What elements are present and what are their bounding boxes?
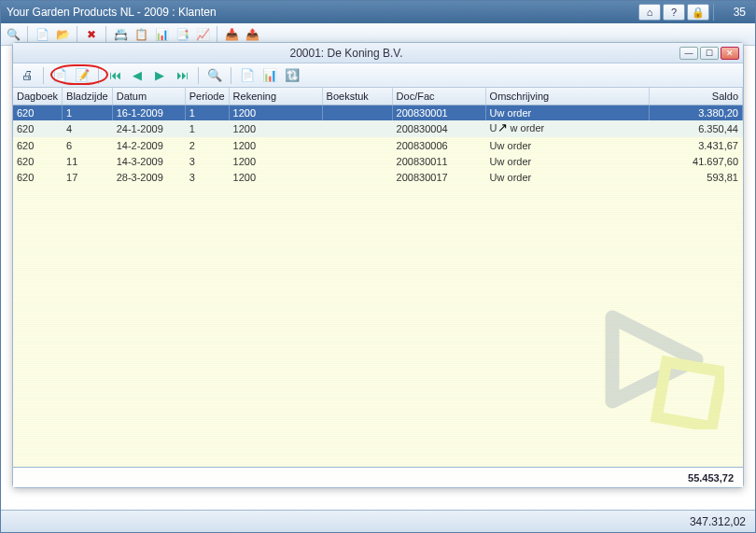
cell[interactable]: 200830017 (392, 169, 485, 185)
cell[interactable]: 16-1-2009 (112, 105, 185, 120)
cell[interactable]: 620 (13, 153, 63, 169)
cell[interactable]: Uw order (485, 169, 649, 185)
cell[interactable]: 2 (185, 137, 229, 153)
detail-title: 20001: De Koning B.V. (13, 47, 679, 60)
cell[interactable]: 3 (185, 153, 229, 169)
col-saldo[interactable]: Saldo (650, 88, 743, 105)
cell[interactable]: 1 (185, 105, 229, 120)
svg-rect-1 (657, 362, 722, 428)
cell[interactable]: 1200 (229, 120, 322, 137)
toolbar-sep (217, 26, 217, 43)
cell[interactable] (322, 153, 392, 169)
col-omschrijving[interactable]: Omschrijving (485, 88, 649, 105)
cell[interactable]: 620 (13, 169, 63, 185)
detail-toolbar: 🖨 📄 📝 ⏮ ◀ ▶ ⏭ 🔍 📄 📊 🔃 (13, 63, 743, 88)
cell[interactable]: 3.431,67 (650, 137, 743, 153)
cell[interactable]: 11 (63, 153, 113, 169)
cell[interactable]: Uw order (485, 137, 649, 153)
close-button[interactable]: ✕ (721, 47, 739, 60)
new-icon[interactable]: 📄 (34, 26, 50, 43)
toolbar-sep (198, 67, 199, 84)
first-icon[interactable]: ⏮ (106, 67, 123, 84)
cell[interactable]: 1200 (229, 105, 322, 120)
cell[interactable]: 200830006 (392, 137, 485, 153)
cell[interactable]: 593,81 (650, 169, 743, 185)
col-dagboek[interactable]: Dagboek (13, 88, 63, 105)
help-button[interactable]: ? (663, 4, 685, 21)
prev-icon[interactable]: ◀ (129, 67, 146, 84)
cell[interactable]: 6.350,44 (650, 120, 743, 137)
cell[interactable]: 200830011 (392, 153, 485, 169)
cell[interactable]: 1 (185, 120, 229, 137)
doc2-icon[interactable]: 📄 (239, 67, 256, 84)
sum-value: 55.453,72 (688, 472, 734, 484)
cell[interactable] (322, 105, 392, 120)
cell[interactable]: 620 (13, 120, 63, 137)
svg-marker-0 (612, 317, 696, 401)
next-icon[interactable]: ▶ (151, 67, 168, 84)
cell[interactable]: Uw order (485, 105, 649, 120)
col-datum[interactable]: Datum (112, 88, 185, 105)
table-row[interactable]: 620424-1-200911200200830004Uw order6.350… (13, 120, 743, 137)
detail-window: 20001: De Koning B.V. — ☐ ✕ 🖨 📄 📝 ⏮ ◀ ▶ … (12, 42, 744, 488)
col-periode[interactable]: Periode (185, 88, 229, 105)
cell[interactable]: 28-3-2009 (112, 169, 185, 185)
open-icon[interactable]: 📂 (54, 26, 71, 43)
sheet-icon[interactable]: 📈 (194, 26, 211, 43)
cell[interactable]: Uw order (485, 153, 649, 169)
cell[interactable]: 6 (63, 137, 113, 153)
table-row[interactable]: 6201114-3-200931200200830011Uw order41.6… (13, 153, 743, 169)
main-window: Your Garden Products NL - 2009 : Klanten… (0, 0, 756, 533)
col-rekening[interactable]: Rekening (229, 88, 322, 105)
cell[interactable]: 24-1-2009 (112, 120, 185, 137)
list-icon[interactable]: 📋 (133, 26, 149, 43)
col-bladzijde[interactable]: Bladzijde (63, 88, 113, 105)
home-button[interactable]: ⌂ (638, 4, 661, 21)
toolbar-sep (27, 26, 28, 43)
cell[interactable]: 41.697,60 (650, 153, 743, 169)
cell[interactable] (322, 169, 392, 185)
edit-icon[interactable]: 📝 (74, 67, 91, 84)
cell[interactable]: 200830001 (392, 105, 485, 120)
col-docfac[interactable]: Doc/Fac (392, 88, 485, 105)
cell[interactable]: 17 (63, 169, 113, 185)
filter-icon[interactable]: 📥 (223, 26, 240, 43)
cell[interactable] (322, 137, 392, 153)
cell[interactable] (322, 120, 392, 137)
cell[interactable]: 3 (185, 169, 229, 185)
excel-icon[interactable]: 📊 (261, 67, 278, 84)
cell[interactable]: 1200 (229, 169, 322, 185)
last-icon[interactable]: ⏭ (174, 67, 190, 84)
cell[interactable]: 620 (13, 105, 63, 120)
cell[interactable]: 14-3-2009 (112, 153, 185, 169)
search2-icon[interactable]: 🔍 (206, 67, 223, 84)
table-row[interactable]: 6201728-3-200931200200830017Uw order593,… (13, 169, 743, 185)
export-icon[interactable]: 📤 (244, 26, 260, 43)
cell[interactable]: 1 (63, 105, 113, 120)
copy-icon[interactable]: 📄 (51, 67, 68, 84)
cell[interactable]: 14-2-2009 (112, 137, 185, 153)
doc-icon[interactable]: 📑 (174, 26, 190, 43)
cell[interactable]: 200830004 (392, 120, 485, 137)
lock-button[interactable]: 🔒 (687, 4, 709, 21)
col-boekstuk[interactable]: Boekstuk (322, 88, 392, 105)
report-icon[interactable]: 📊 (153, 26, 170, 43)
maximize-button[interactable]: ☐ (700, 47, 719, 60)
delete-icon[interactable]: ✖ (83, 26, 100, 43)
search-icon[interactable]: 🔍 (5, 26, 21, 43)
cell[interactable]: 1200 (229, 153, 322, 169)
cell[interactable]: 620 (13, 137, 63, 153)
toolbar-sep (77, 26, 77, 43)
minimize-button[interactable]: — (679, 47, 698, 60)
table-body: 620116-1-200911200200830001Uw order3.380… (13, 105, 743, 185)
cell[interactable]: 3.380,20 (650, 105, 743, 120)
refresh-icon[interactable]: 🔃 (284, 67, 301, 84)
table-row[interactable]: 620614-2-200921200200830006Uw order3.431… (13, 137, 743, 153)
cell[interactable]: 4 (63, 120, 113, 137)
ledger-table: Dagboek Bladzijde Datum Periode Rekening… (13, 88, 743, 185)
card-icon[interactable]: 📇 (112, 26, 129, 43)
cell[interactable]: Uw order (485, 120, 649, 137)
cell[interactable]: 1200 (229, 137, 322, 153)
print-icon[interactable]: 🖨 (19, 67, 35, 84)
table-row[interactable]: 620116-1-200911200200830001Uw order3.380… (13, 105, 743, 120)
